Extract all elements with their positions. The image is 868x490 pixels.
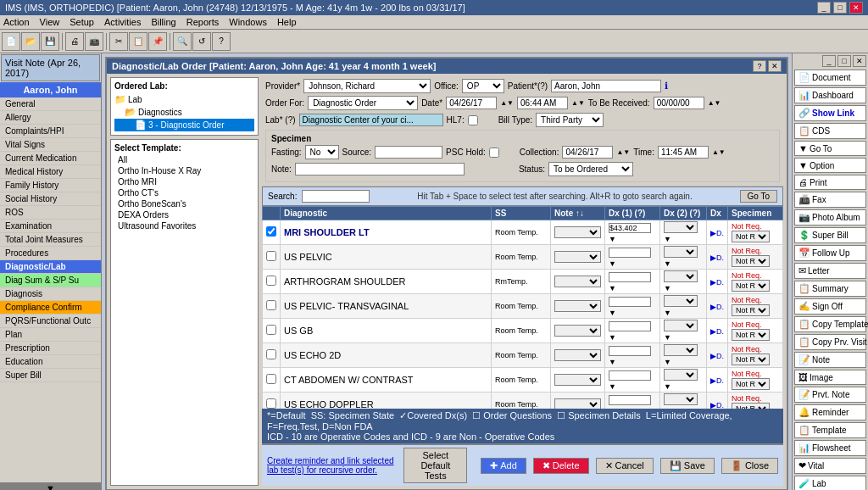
- row-specimen-select[interactable]: Not Req.: [732, 329, 770, 341]
- search-input[interactable]: [302, 190, 370, 203]
- right-photo-btn[interactable]: 📷Photo Album: [794, 209, 866, 226]
- row-dx-check[interactable]: ▶D.: [707, 368, 728, 393]
- sidebar-procedures[interactable]: Procedures: [0, 247, 101, 260]
- psc-hold-checkbox[interactable]: [489, 148, 499, 158]
- sidebar-joint[interactable]: Total Joint Measures: [0, 233, 101, 247]
- cancel-btn[interactable]: ✕ Cancel: [596, 458, 654, 474]
- lab-input[interactable]: [299, 114, 443, 126]
- right-followup-btn[interactable]: 📅Follow Up: [794, 245, 866, 261]
- go-to-btn[interactable]: Go To: [740, 190, 778, 203]
- right-vital-btn[interactable]: ❤Vital: [794, 458, 866, 474]
- template-all[interactable]: All: [114, 154, 254, 165]
- row-checkbox-cell[interactable]: [263, 245, 281, 270]
- sidebar-medication[interactable]: Current Medication: [0, 152, 101, 165]
- right-letter-btn[interactable]: ✉Letter: [794, 263, 866, 279]
- received-spinner[interactable]: ▲▼: [708, 99, 721, 107]
- row-dx1[interactable]: ▼: [605, 319, 660, 343]
- sidebar-ros[interactable]: ROS: [0, 206, 101, 220]
- row-checkbox[interactable]: [266, 300, 276, 310]
- note-input[interactable]: [295, 163, 465, 175]
- sidebar-diagnostic[interactable]: Diagnostic/Lab: [0, 260, 101, 274]
- tree-item-diagnostics[interactable]: 📂 Diagnostics: [114, 106, 254, 119]
- sidebar-complaints[interactable]: Complaints/HPI: [0, 125, 101, 138]
- row-note[interactable]: [551, 393, 605, 409]
- row-specimen-select[interactable]: Not Req.: [732, 231, 770, 242]
- row-dx-check[interactable]: ▶D.: [707, 245, 728, 270]
- sidebar-social[interactable]: Social History: [0, 192, 101, 206]
- row-dx2-select[interactable]: [664, 270, 698, 282]
- sidebar-diag-sum[interactable]: Diag Sum & S/P Su: [0, 274, 101, 287]
- maximize-btn[interactable]: □: [833, 2, 847, 14]
- row-dx2[interactable]: ▼: [660, 368, 707, 393]
- right-dashboard-btn[interactable]: 📊Dashboard: [794, 87, 866, 103]
- sidebar-scroll-down[interactable]: ▼: [0, 482, 101, 490]
- dialog-help-btn[interactable]: ?: [753, 60, 766, 72]
- source-input[interactable]: [375, 146, 442, 159]
- row-specimen-select[interactable]: Not Req.: [732, 255, 770, 267]
- template-xray[interactable]: Ortho In-House X Ray: [114, 165, 254, 176]
- right-showlink-btn[interactable]: 🔗Show Link: [794, 105, 866, 121]
- row-checkbox-cell[interactable]: [263, 343, 281, 368]
- row-checkbox-cell[interactable]: [263, 368, 281, 393]
- toolbar-open[interactable]: 📂: [21, 32, 40, 51]
- toolbar-paste[interactable]: 📌: [148, 32, 167, 51]
- sidebar-compliance[interactable]: Compliance Confirm: [0, 301, 101, 315]
- tree-item-lab[interactable]: 📁 Lab: [114, 93, 254, 106]
- menu-setup[interactable]: Setup: [70, 17, 94, 27]
- right-min-btn[interactable]: _: [822, 55, 836, 67]
- row-dx2[interactable]: ▼: [660, 294, 707, 319]
- right-cds-btn[interactable]: 📋CDS: [794, 123, 866, 139]
- table-row[interactable]: US PELVIC- TRANSVAGINAL Room Temp. ▼ ▼ ▶…: [263, 294, 783, 319]
- right-superbill-btn[interactable]: 💲Super Bill: [794, 227, 866, 243]
- menu-view[interactable]: View: [40, 17, 60, 27]
- row-specimen-select[interactable]: Not Req.: [732, 403, 770, 409]
- toolbar-cut[interactable]: ✂: [109, 32, 128, 51]
- time-input[interactable]: [517, 97, 568, 109]
- row-dx2[interactable]: ▼: [660, 245, 707, 270]
- row-checkbox[interactable]: [266, 251, 276, 261]
- row-dx1[interactable]: ▼: [605, 343, 660, 368]
- toolbar-new[interactable]: 📄: [2, 32, 20, 51]
- right-signoff-btn[interactable]: ✍Sign Off: [794, 298, 866, 315]
- status-select[interactable]: To be Ordered: [548, 162, 633, 176]
- right-goto-btn[interactable]: ▼Go To: [794, 141, 866, 156]
- row-checkbox[interactable]: [266, 325, 276, 335]
- row-dx2-select[interactable]: [664, 344, 698, 356]
- row-dx2[interactable]: ▼: [660, 393, 707, 409]
- row-note[interactable]: [551, 220, 605, 245]
- right-max-btn[interactable]: □: [837, 55, 851, 67]
- row-checkbox[interactable]: [266, 398, 276, 409]
- office-select[interactable]: OP: [462, 79, 504, 93]
- sidebar-vital[interactable]: Vital Signs: [0, 138, 101, 152]
- sidebar-diagnosis[interactable]: Diagnosis: [0, 287, 101, 301]
- row-note[interactable]: [551, 319, 605, 343]
- toolbar-search[interactable]: 🔍: [173, 32, 192, 51]
- row-specimen-select[interactable]: Not Req.: [732, 378, 770, 390]
- row-dx1[interactable]: ▼: [605, 393, 660, 409]
- row-dx-check[interactable]: ▶D.: [707, 220, 728, 245]
- row-specimen-select[interactable]: Not Req.: [732, 304, 770, 316]
- recursive-link[interactable]: Create reminder and link selected lab te…: [267, 456, 397, 475]
- toolbar-fax[interactable]: 📠: [85, 32, 103, 51]
- row-dx2[interactable]: ▼: [660, 319, 707, 343]
- row-note[interactable]: [551, 270, 605, 294]
- row-specimen-select[interactable]: Not Req.: [732, 354, 770, 365]
- bill-type-select[interactable]: Third Party: [536, 113, 604, 127]
- table-row[interactable]: US ECHO 2D Room Temp. ▼ ▼ ▶D. Not Req. N…: [263, 343, 783, 368]
- row-note[interactable]: [551, 294, 605, 319]
- collection-spinner[interactable]: ▲▼: [616, 148, 630, 156]
- template-ultrasound[interactable]: Ultrasound Favorites: [114, 220, 254, 231]
- row-checkbox-cell[interactable]: [263, 393, 281, 409]
- info-icon[interactable]: ℹ: [665, 81, 668, 92]
- patient-input[interactable]: [551, 80, 661, 92]
- row-dx-check[interactable]: ▶D.: [707, 270, 728, 294]
- row-dx-check[interactable]: ▶D.: [707, 393, 728, 409]
- sidebar-pqrs[interactable]: PQRS/Functional Outc: [0, 315, 101, 328]
- row-note[interactable]: [551, 343, 605, 368]
- row-note[interactable]: [551, 368, 605, 393]
- row-checkbox[interactable]: [266, 374, 276, 384]
- row-specimen-select[interactable]: Not Req.: [732, 280, 770, 292]
- right-flowsheet-btn[interactable]: 📊Flowsheet: [794, 440, 866, 456]
- sidebar-examination[interactable]: Examination: [0, 220, 101, 233]
- right-fax-btn[interactable]: 📠Fax: [794, 192, 866, 208]
